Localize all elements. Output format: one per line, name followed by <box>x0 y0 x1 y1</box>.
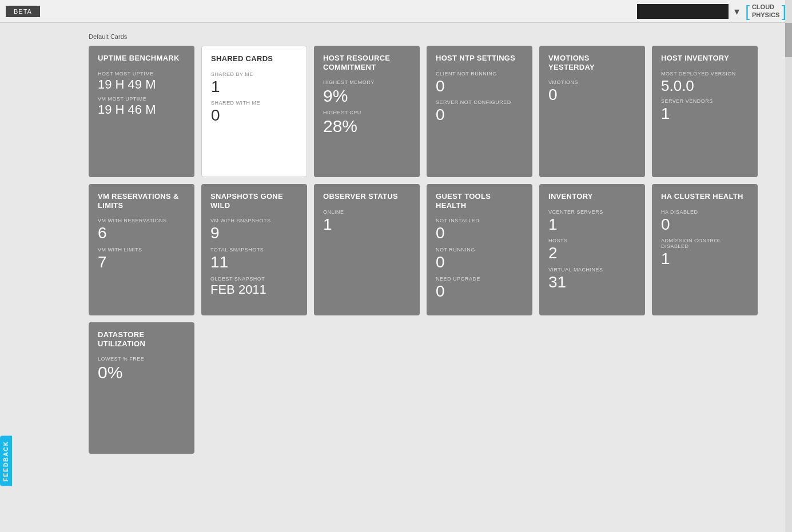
snapshots-gone-wild-value-1: 11 <box>210 254 298 271</box>
snapshots-gone-wild-title: SNAPSHOTS GONE WILD <box>210 192 298 210</box>
ha-cluster-health-value-0: 0 <box>661 216 749 234</box>
shared-cards-label-1: SHARED WITH ME <box>211 100 297 106</box>
inventory-value-2: 31 <box>548 274 636 291</box>
datastore-utilization-title: DATASTORE UTILIZATION <box>98 330 185 348</box>
inventory-title: INVENTORY <box>548 192 636 201</box>
ha-cluster-health-label-1: ADMISSION CONTROL DISABLED <box>661 238 749 249</box>
host-resource-commitment-title: HOST RESOURCE COMMITMENT <box>323 54 411 71</box>
vm-reservations-limits-value-0: 6 <box>98 225 185 242</box>
host-resource-commitment-label-0: HIGHEST MEMORY <box>323 79 411 85</box>
guest-tools-health-value-1: 0 <box>436 254 523 271</box>
scrollbar-thumb[interactable] <box>785 23 792 57</box>
vm-reservations-limits-label-1: VM WITH LIMITS <box>98 247 185 253</box>
host-inventory-title: HOST INVENTORY <box>661 54 749 63</box>
cards-row-1: UPTIME BENCHMARKHOST MOST UPTIME19 H 49 … <box>89 46 781 177</box>
vmotions-yesterday-card[interactable]: VMOTIONS YESTERDAYVMOTIONS0 <box>539 46 645 177</box>
host-resource-commitment-value-0: 9% <box>323 86 411 105</box>
guest-tools-health-title: GUEST TOOLS HEALTH <box>436 192 523 210</box>
guest-tools-health-label-1: NOT RUNNING <box>436 247 523 253</box>
uptime-benchmark-label-0: HOST MOST UPTIME <box>98 71 185 77</box>
observer-status-value-0: 1 <box>323 216 411 234</box>
inventory-label-0: VCENTER SERVERS <box>548 209 636 215</box>
logo: [ CLOUD PHYSICS ] <box>745 3 786 19</box>
vmotions-yesterday-label-0: VMOTIONS <box>548 79 636 85</box>
host-resource-commitment-card[interactable]: HOST RESOURCE COMMITMENTHIGHEST MEMORY9%… <box>314 46 420 177</box>
inventory-value-0: 1 <box>548 216 636 234</box>
snapshots-gone-wild-value-0: 9 <box>210 225 298 242</box>
host-resource-commitment-value-1: 28% <box>323 117 411 135</box>
header-right: ▾ [ CLOUD PHYSICS ] <box>637 3 786 19</box>
inventory-label-2: VIRTUAL MACHINES <box>548 267 636 273</box>
search-input[interactable] <box>637 4 729 19</box>
logo-text: CLOUD PHYSICS <box>752 3 779 18</box>
datastore-utilization-label-0: LOWEST % FREE <box>98 356 185 362</box>
main-content: Default Cards UPTIME BENCHMARKHOST MOST … <box>0 23 792 472</box>
shared-cards-value-1: 0 <box>211 107 297 125</box>
host-inventory-label-0: MOST DEPLOYED VERSION <box>661 71 749 77</box>
beta-label: BETA <box>6 6 40 17</box>
guest-tools-health-label-0: NOT INSTALLED <box>436 218 523 223</box>
host-inventory-value-0: 5.0.0 <box>661 78 749 94</box>
host-ntp-settings-value-0: 0 <box>436 78 523 95</box>
guest-tools-health-card[interactable]: GUEST TOOLS HEALTHNOT INSTALLED0NOT RUNN… <box>427 184 532 315</box>
inventory-label-1: HOSTS <box>548 238 636 243</box>
host-inventory-value-1: 1 <box>661 105 749 123</box>
feedback-button[interactable]: FEEDBACK <box>0 436 12 486</box>
uptime-benchmark-title: UPTIME BENCHMARK <box>98 54 185 63</box>
ha-cluster-health-value-1: 1 <box>661 250 749 268</box>
observer-status-title: OBSERVER STATUS <box>323 192 411 201</box>
host-ntp-settings-card[interactable]: HOST NTP SETTINGSCLIENT NOT RUNNING0SERV… <box>427 46 532 177</box>
observer-status-card[interactable]: OBSERVER STATUSONLINE1 <box>314 184 420 315</box>
guest-tools-health-value-2: 0 <box>436 283 523 301</box>
host-ntp-settings-title: HOST NTP SETTINGS <box>436 54 523 63</box>
shared-cards-card[interactable]: SHARED CARDSSHARED BY ME1SHARED WITH ME0 <box>201 46 307 177</box>
snapshots-gone-wild-value-2: FEB 2011 <box>210 283 298 297</box>
inventory-card[interactable]: INVENTORYVCENTER SERVERS1HOSTS2VIRTUAL M… <box>539 184 645 315</box>
snapshots-gone-wild-label-2: OLDEST SNAPSHOT <box>210 276 298 282</box>
header: BETA ▾ [ CLOUD PHYSICS ] <box>0 0 792 23</box>
snapshots-gone-wild-label-1: TOTAL SNAPSHOTS <box>210 247 298 253</box>
datastore-utilization-card[interactable]: DATASTORE UTILIZATIONLOWEST % FREE0% <box>89 322 194 454</box>
breadcrumb: Default Cards <box>89 33 781 40</box>
vm-reservations-limits-label-0: VM WITH RESERVATIONS <box>98 218 185 223</box>
snapshots-gone-wild-card[interactable]: SNAPSHOTS GONE WILDVM WITH SNAPSHOTS9TOT… <box>201 184 307 315</box>
ha-cluster-health-card[interactable]: HA CLUSTER HEALTHHA DISABLED0ADMISSION C… <box>652 184 758 315</box>
ha-cluster-health-label-0: HA DISABLED <box>661 209 749 215</box>
vm-reservations-limits-value-1: 7 <box>98 254 185 271</box>
observer-status-label-0: ONLINE <box>323 209 411 215</box>
inventory-value-1: 2 <box>548 245 636 262</box>
host-ntp-settings-label-0: CLIENT NOT RUNNING <box>436 71 523 77</box>
shared-cards-value-0: 1 <box>211 78 297 96</box>
vmotions-yesterday-title: VMOTIONS YESTERDAY <box>548 54 636 71</box>
dropdown-icon[interactable]: ▾ <box>734 5 739 18</box>
uptime-benchmark-value-1: 19 H 46 M <box>98 103 185 117</box>
logo-bracket-left: [ <box>745 3 750 19</box>
shared-cards-title: SHARED CARDS <box>211 54 297 63</box>
snapshots-gone-wild-label-0: VM WITH SNAPSHOTS <box>210 218 298 223</box>
datastore-utilization-value-0: 0% <box>98 363 185 382</box>
host-inventory-card[interactable]: HOST INVENTORYMOST DEPLOYED VERSION5.0.0… <box>652 46 758 177</box>
guest-tools-health-value-0: 0 <box>436 225 523 242</box>
vm-reservations-limits-title: VM RESERVATIONS & LIMITS <box>98 192 185 210</box>
uptime-benchmark-card[interactable]: UPTIME BENCHMARKHOST MOST UPTIME19 H 49 … <box>89 46 194 177</box>
vm-reservations-limits-card[interactable]: VM RESERVATIONS & LIMITSVM WITH RESERVAT… <box>89 184 194 315</box>
scrollbar[interactable] <box>785 0 792 532</box>
cards-row-3: DATASTORE UTILIZATIONLOWEST % FREE0% <box>89 322 781 454</box>
vmotions-yesterday-value-0: 0 <box>548 86 636 104</box>
ha-cluster-health-title: HA CLUSTER HEALTH <box>661 192 749 201</box>
guest-tools-health-label-2: NEED UPGRADE <box>436 276 523 282</box>
host-inventory-label-1: SERVER VENDORS <box>661 98 749 104</box>
host-resource-commitment-label-1: HIGHEST CPU <box>323 110 411 115</box>
host-ntp-settings-value-1: 0 <box>436 106 523 124</box>
shared-cards-label-0: SHARED BY ME <box>211 71 297 77</box>
uptime-benchmark-value-0: 19 H 49 M <box>98 78 185 91</box>
uptime-benchmark-label-1: VM MOST UPTIME <box>98 96 185 102</box>
cards-row-2: VM RESERVATIONS & LIMITSVM WITH RESERVAT… <box>89 184 781 315</box>
host-ntp-settings-label-1: SERVER NOT CONFIGURED <box>436 99 523 105</box>
